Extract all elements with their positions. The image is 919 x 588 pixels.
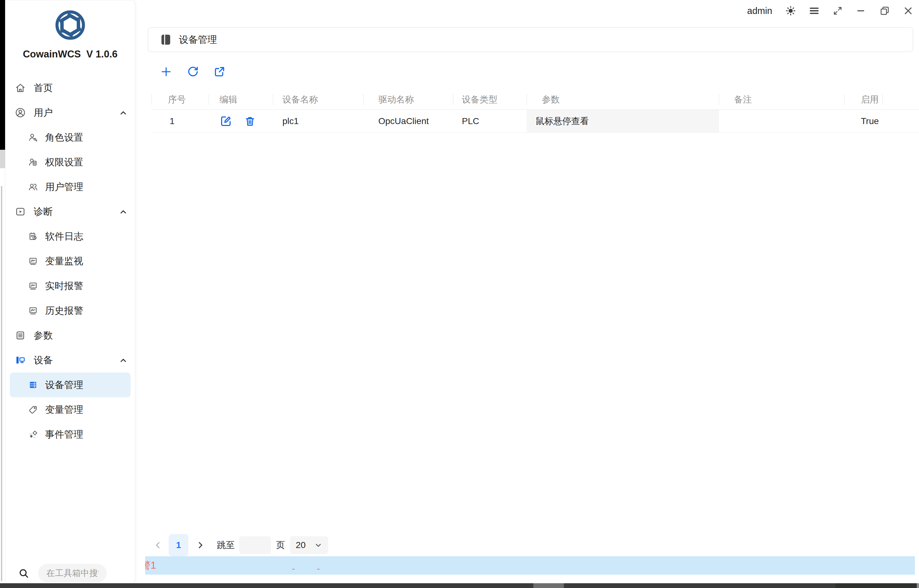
chevron-up-icon <box>119 208 127 216</box>
sidebar-item-label: 设备管理 <box>45 378 83 392</box>
col-header-params: 参数 <box>527 90 719 110</box>
sidebar-item-label: 事件管理 <box>45 428 83 441</box>
chevron-left-icon <box>153 540 163 550</box>
next-page-button[interactable] <box>194 539 207 551</box>
sidebar-item-label: 用户 <box>34 106 53 119</box>
sidebar-item-label: 软件日志 <box>45 230 83 243</box>
alarm-marquee-bar: 警1 - - <box>145 556 915 575</box>
taskbar-segment <box>835 583 919 588</box>
sidebar-item-variable-monitor[interactable]: 变量监视 <box>5 249 135 273</box>
edit-row-button[interactable] <box>219 115 232 128</box>
sidebar-item-realtime-alarm[interactable]: 实时报警 <box>5 273 135 298</box>
device-table: 序号 编辑 设备名称 驱动名称 设备类型 参数 备注 启用 1 <box>152 90 919 132</box>
page-tab[interactable]: 设备管理 <box>148 27 913 52</box>
current-page-button[interactable]: 1 <box>169 534 188 556</box>
software-log-icon <box>28 231 38 241</box>
sidebar-item-user[interactable]: 用户 <box>5 100 135 125</box>
jump-to-label: 跳至 <box>217 539 235 551</box>
sidebar-item-label: 实时报警 <box>45 279 83 292</box>
page-size-value: 20 <box>296 540 306 550</box>
sidebar-item-software-log[interactable]: 软件日志 <box>5 224 135 249</box>
parameters-icon <box>15 330 26 341</box>
event-management-icon <box>28 429 38 439</box>
device-icon <box>15 354 26 366</box>
cell-seq: 1 <box>152 110 209 132</box>
taskbar[interactable] <box>0 583 919 588</box>
sidebar-item-label: 变量管理 <box>45 403 83 416</box>
cell-remark <box>719 110 844 132</box>
col-header-blank <box>882 90 919 110</box>
desktop-edge-block <box>0 150 5 168</box>
diagnosis-icon <box>15 206 26 217</box>
cell-device-type: PLC <box>453 110 527 132</box>
sidebar-item-diagnosis[interactable]: 诊断 <box>5 199 135 224</box>
sidebar-item-device-management[interactable]: 设备管理 <box>10 373 131 397</box>
variable-management-icon <box>28 405 38 415</box>
table-toolbar <box>160 65 226 79</box>
cell-actions <box>209 110 273 132</box>
cell-params[interactable]: 鼠标悬停查看 <box>527 110 719 132</box>
col-header-seq: 序号 <box>152 90 209 110</box>
variable-monitor-icon <box>28 256 38 266</box>
export-button[interactable] <box>213 65 226 79</box>
cell-blank <box>882 110 919 132</box>
plus-icon <box>160 65 172 78</box>
toolbox-search-input[interactable] <box>38 564 107 582</box>
sidebar-item-label: 设备 <box>34 354 53 367</box>
sidebar-item-variable-management[interactable]: 变量管理 <box>5 397 135 422</box>
sidebar-item-permission-settings[interactable]: 权限设置 <box>5 150 135 174</box>
sidebar-item-label: 历史报警 <box>45 304 83 317</box>
external-link-icon <box>213 65 226 78</box>
sidebar-item-user-management[interactable]: 用户管理 <box>5 174 135 199</box>
sidebar-item-label: 诊断 <box>34 205 53 218</box>
page-unit-label: 页 <box>276 539 285 551</box>
delete-row-button[interactable] <box>244 115 256 128</box>
sidebar-item-home[interactable]: 首页 <box>5 76 135 100</box>
col-header-edit: 编辑 <box>209 90 273 110</box>
page-size-select[interactable]: 20 <box>290 536 328 554</box>
alarm-marquee-text: - - <box>292 563 329 574</box>
col-header-device-name: 设备名称 <box>273 90 363 110</box>
home-icon <box>15 82 26 94</box>
device-management-icon <box>28 380 38 390</box>
col-header-driver-name: 驱动名称 <box>363 90 453 110</box>
sidebar-item-label: 权限设置 <box>45 156 83 169</box>
trash-icon <box>244 115 256 127</box>
sidebar-item-label: 角色设置 <box>45 131 83 144</box>
app-window: CowainWCS V 1.0.6 首页 用户 角色设置 权限设置 <box>0 0 919 588</box>
taskbar-segment <box>533 583 564 588</box>
app-logo <box>5 8 135 42</box>
chevron-up-icon <box>119 109 127 117</box>
prev-page-button[interactable] <box>152 539 164 551</box>
sidebar-item-label: 首页 <box>34 82 53 95</box>
sidebar-nav: 首页 用户 角色设置 权限设置 用户管理 诊断 <box>5 76 135 447</box>
col-header-remark: 备注 <box>719 90 844 110</box>
jump-page-input[interactable] <box>239 536 271 554</box>
sidebar-item-device[interactable]: 设备 <box>5 348 135 373</box>
sidebar-item-history-alarm[interactable]: 历史报警 <box>5 298 135 323</box>
app-title: CowainWCS V 1.0.6 <box>5 48 135 60</box>
taskbar-segment <box>917 583 919 588</box>
refresh-icon <box>186 65 199 78</box>
sidebar-item-role-settings[interactable]: 角色设置 <box>5 125 135 150</box>
pagination: 1 跳至 页 20 <box>152 534 328 556</box>
role-settings-icon <box>28 132 38 142</box>
refresh-button[interactable] <box>186 65 199 79</box>
sidebar-item-label: 参数 <box>34 329 53 342</box>
chevron-down-icon <box>314 541 323 549</box>
sidebar-item-label: 用户管理 <box>45 181 83 194</box>
panel-icon <box>160 34 171 46</box>
col-header-enabled: 启用 <box>844 90 882 110</box>
sidebar-item-label: 变量监视 <box>45 255 83 268</box>
sidebar-item-parameters[interactable]: 参数 <box>5 323 135 348</box>
col-header-device-type: 设备类型 <box>453 90 527 110</box>
desktop-edge-strip <box>0 0 5 150</box>
sidebar-item-event-management[interactable]: 事件管理 <box>5 422 135 447</box>
chevron-right-icon <box>196 540 205 550</box>
cell-enabled: True <box>844 110 882 132</box>
cell-device-name: plc1 <box>273 110 363 132</box>
background-window-edge <box>1 186 2 582</box>
add-device-button[interactable] <box>160 65 172 79</box>
search-icon[interactable] <box>18 568 29 580</box>
user-management-icon <box>28 182 38 192</box>
